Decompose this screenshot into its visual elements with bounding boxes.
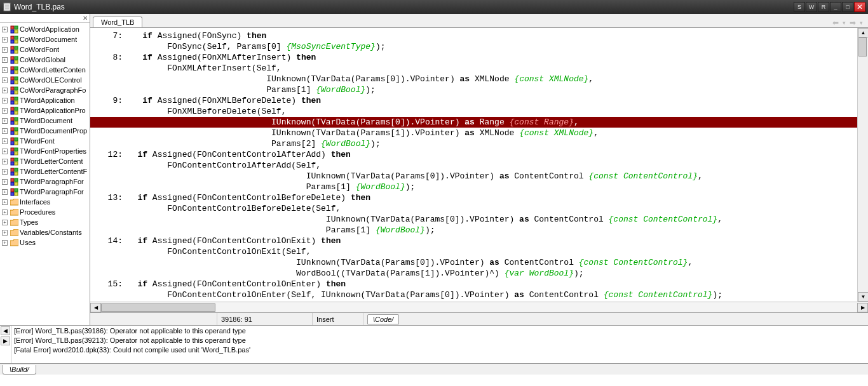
tree-item[interactable]: +CoWordLetterConten [0,65,90,75]
expander-icon[interactable]: + [2,98,8,103]
expander-icon[interactable]: + [2,118,8,124]
close-button[interactable]: ✕ [854,2,865,12]
scroll-left-button[interactable]: ◀ [90,303,101,312]
message-line[interactable]: [Fatal Error] word2010.dpk(33): Could no… [14,346,865,356]
tree-item[interactable]: +Procedures [0,207,90,217]
msg-expand-button[interactable]: ▶ [1,336,10,345]
code-line[interactable]: FOnContentControlAfterAdd(Self, [90,160,857,171]
code-line[interactable]: WordBool((TVarData(Params[1]).VPointer)^… [90,268,857,279]
horizontal-scrollbar[interactable]: ◀ ▶ [90,302,868,312]
tree-item[interactable]: +CoWordGlobal [0,55,90,65]
tree-item[interactable]: +Variables/Constants [0,227,90,237]
code-line[interactable]: 15: if Assigned(FOnContentControlOnEnter… [90,279,857,290]
code-line[interactable]: FOnXMLBeforeDelete(Self, [90,106,857,117]
code-line[interactable]: 13: if Assigned(FOnContentControlBeforeD… [90,192,857,203]
nav-back-dropdown-icon[interactable]: ▾ [843,20,846,26]
scroll-down-button[interactable]: ▼ [858,292,868,302]
code-line-error[interactable]: IUnknown(TVarData(Params[0]).VPointer) a… [90,117,857,128]
hscroll-thumb[interactable] [101,303,215,312]
code-line[interactable]: Params[1] {WordBool}); [90,84,857,95]
expander-icon[interactable]: + [2,27,8,32]
tree-item[interactable]: +TWordDocument [0,116,90,126]
code-line[interactable]: 9: if Assigned(FOnXMLBeforeDelete) then [90,95,857,106]
build-tab[interactable]: \Build/ [3,365,36,375]
code-editor[interactable]: 7: if Assigned(FOnSync) then FOnSync(Sel… [90,28,857,302]
nav-forward-dropdown-icon[interactable]: ▾ [860,20,863,26]
expander-icon[interactable]: + [2,220,8,225]
structure-tree[interactable]: +CoWordApplication+CoWordDocument+CoWord… [0,23,90,325]
expander-icon[interactable]: + [2,210,8,215]
message-list[interactable]: [Error] Word_TLB.pas(39186): Operator no… [11,326,868,363]
tree-item[interactable]: +Uses [0,237,90,248]
expander-icon[interactable]: + [2,199,8,205]
code-line[interactable]: IUnknown(TVarData(Params[1]).VPointer) a… [90,128,857,138]
expander-icon[interactable]: + [2,37,8,43]
code-line[interactable]: 7: if Assigned(FOnSync) then [90,30,857,41]
tree-item[interactable]: +TWordApplicationPro [0,105,90,116]
expander-icon[interactable]: + [2,47,8,53]
expander-icon[interactable]: + [2,149,8,154]
vertical-scrollbar[interactable]: ▲ ▼ [857,28,868,302]
expander-icon[interactable]: + [2,128,8,134]
code-line[interactable]: FOnContentControlBeforeDelete(Self, [90,203,857,214]
nav-back-icon[interactable]: ⬅ [832,18,839,27]
tree-item[interactable]: +CoWordDocument [0,34,90,44]
expander-icon[interactable]: + [2,240,8,246]
code-line[interactable]: Params[1] {WordBool}); [90,182,857,192]
code-view-tab[interactable]: \Code/ [367,314,399,324]
tree-item[interactable]: +TWordDocumentProp [0,126,90,136]
tree-item[interactable]: +TWordParagraphFor [0,176,90,187]
code-line[interactable]: 14: if Assigned(FOnContentControlOnExit)… [90,236,857,246]
tree-item[interactable]: +CoWordApplication [0,24,90,34]
s-button[interactable]: S [794,2,805,12]
tree-item[interactable]: +TWordFontProperties [0,146,90,156]
code-line[interactable]: IUnknown(TVarData(Params[0]).VPointer) a… [90,257,857,268]
expander-icon[interactable]: + [2,159,8,164]
scroll-right-button[interactable]: ▶ [857,303,868,312]
code-line[interactable]: FOnXMLAfterInsert(Self, [90,63,857,74]
tree-item[interactable]: +TWordApplication [0,95,90,105]
tree-item[interactable]: +TWordFont [0,136,90,146]
code-line[interactable]: 8: if Assigned(FOnXMLAfterInsert) then [90,52,857,63]
scroll-up-button[interactable]: ▲ [858,28,868,37]
code-line[interactable]: IUnknown(TVarData(Params[0]).VPointer) a… [90,171,857,182]
tree-item[interactable]: +Interfaces [0,197,90,207]
code-line[interactable]: IUnknown(TVarData(Params[0]).VPointer) a… [90,74,857,84]
tree-item[interactable]: +TWordLetterContentF [0,166,90,176]
message-line[interactable]: [Error] Word_TLB.pas(39186): Operator no… [14,327,865,336]
nav-forward-icon[interactable]: ➡ [850,18,856,27]
editor-tab[interactable]: Word_TLB [93,17,142,27]
expander-icon[interactable]: + [2,169,8,175]
w-button[interactable]: W [806,2,817,12]
maximize-button[interactable]: □ [842,2,853,12]
tree-item[interactable]: +Types [0,217,90,227]
expander-icon[interactable]: + [2,179,8,185]
tree-item[interactable]: +CoWordFont [0,44,90,55]
expander-icon[interactable]: + [2,108,8,114]
code-line[interactable]: Params[2] {WordBool}); [90,138,857,149]
expander-icon[interactable]: + [2,67,8,73]
code-line[interactable]: 12: if Assigned(FOnContentControlAfterAd… [90,149,857,160]
expander-icon[interactable]: + [2,57,8,63]
expander-icon[interactable]: + [2,77,8,83]
code-line[interactable]: Params[1] {WordBool}); [90,225,857,236]
tree-item[interactable]: +TWordParagraphFor [0,187,90,197]
tree-close-icon[interactable]: ✕ [81,14,90,22]
msg-collapse-button[interactable]: ◀ [1,326,10,335]
svg-rect-46 [11,131,14,135]
r-button[interactable]: R [818,2,829,12]
minimize-button[interactable]: _ [830,2,841,12]
expander-icon[interactable]: + [2,88,8,93]
code-line[interactable]: FOnContentControlOnEnter(Self, IUnknown(… [90,290,857,300]
code-line[interactable]: IUnknown(TVarData(Params[0]).VPointer) a… [90,214,857,225]
expander-icon[interactable]: + [2,138,8,144]
code-line[interactable]: FOnContentControlOnExit(Self, [90,246,857,257]
message-line[interactable]: [Error] Word_TLB.pas(39213): Operator no… [14,336,865,346]
expander-icon[interactable]: + [2,230,8,236]
tree-item[interactable]: +CoWordParagraphFo [0,85,90,95]
code-line[interactable]: FOnSync(Self, Params[0] {MsoSyncEventTyp… [90,41,857,52]
vscroll-thumb[interactable] [858,37,867,57]
expander-icon[interactable]: + [2,189,8,195]
tree-item[interactable]: +CoWordOLEControl [0,75,90,85]
tree-item[interactable]: +TWordLetterContent [0,156,90,166]
